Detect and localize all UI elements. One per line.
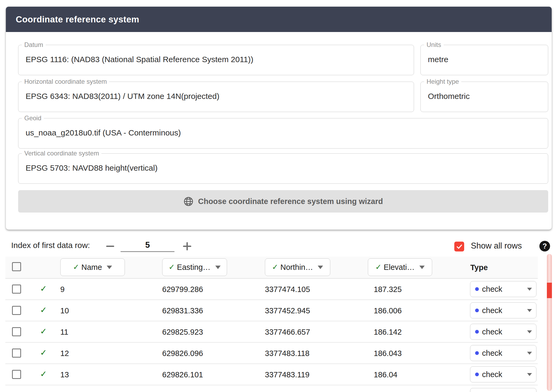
select-all-checkbox[interactable] [12, 262, 21, 271]
cell-easting: 629799.286 [162, 285, 203, 294]
type-value: check [482, 349, 502, 358]
datum-label: Datum [22, 41, 46, 49]
chevron-down-icon [318, 266, 323, 269]
column-select-northing[interactable]: ✓ Northin… [265, 258, 330, 276]
check-icon: ✓ [272, 263, 278, 271]
chevron-down-icon [527, 288, 532, 291]
row-valid-check-icon: ✓ [40, 285, 47, 293]
type-value: check [482, 306, 502, 315]
table-header: ✓ Name ✓ Easting… ✓ Northin… ✓ Elevati… … [5, 257, 538, 279]
cell-easting: 629831.336 [162, 306, 203, 315]
cell-elevation: 187.325 [374, 285, 402, 294]
check-icon: ✓ [375, 263, 381, 271]
help-button[interactable]: ? [539, 241, 550, 251]
type-value: check [482, 327, 502, 336]
row-checkbox[interactable] [12, 370, 21, 379]
cell-elevation: 186.04 [374, 370, 397, 379]
horizontal-crs-label: Horizontal coordinate system [22, 78, 109, 85]
row-checkbox[interactable] [12, 306, 21, 315]
chevron-down-icon [215, 266, 221, 269]
cell-elevation: 186.043 [374, 349, 402, 358]
column-label-name: Name [81, 263, 102, 272]
height-type-value: Orthometric [428, 92, 548, 101]
type-dot-icon [475, 287, 479, 291]
decrement-button[interactable] [104, 240, 116, 252]
vertical-crs-field[interactable]: Vertical coordinate system EPSG 5703: NA… [18, 150, 548, 184]
table-row: ✓ 13 629826.101 3377483.119 186.04 check [5, 364, 538, 385]
type-dot-icon [475, 330, 479, 334]
column-select-elevation[interactable]: ✓ Elevati… [368, 258, 432, 276]
column-label-easting: Easting… [177, 263, 210, 272]
type-dot-icon [475, 351, 479, 355]
scrollbar-track[interactable] [547, 254, 552, 391]
screen: Coordinate reference system Datum EPSG 1… [0, 0, 557, 392]
column-select-easting[interactable]: ✓ Easting… [162, 258, 227, 276]
type-dot-icon [475, 309, 479, 312]
crs-wizard-label: Choose coordinate reference system using… [198, 197, 383, 206]
cell-easting: 629826.096 [162, 349, 203, 358]
cell-northing: 3377483.118 [265, 349, 309, 358]
vertical-crs-value: EPSG 5703: NAVD88 height(vertical) [26, 163, 548, 173]
height-type-field[interactable]: Height type Orthometric [420, 78, 548, 112]
cell-northing: 3377466.657 [265, 328, 310, 337]
type-dropdown[interactable]: check [470, 302, 536, 318]
row-checkbox[interactable] [12, 285, 21, 294]
checkmark-icon [456, 243, 463, 250]
cell-northing: 3377452.945 [265, 306, 310, 315]
scrollbar-thumb[interactable] [547, 283, 552, 298]
cell-northing: 3377483.119 [265, 370, 309, 379]
dialog-title: Coordinate reference system [16, 14, 139, 25]
globe-icon [184, 197, 193, 206]
column-label-type: Type [470, 263, 488, 272]
cell-name: 13 [60, 370, 69, 379]
row-valid-check-icon: ✓ [40, 370, 47, 378]
type-dropdown[interactable]: check [470, 345, 536, 361]
check-icon: ✓ [73, 263, 79, 271]
geoid-field[interactable]: Geoid us_noaa_g2018u0.tif (USA - Conterm… [18, 114, 548, 149]
column-select-name[interactable]: ✓ Name [60, 258, 125, 276]
datum-field[interactable]: Datum EPSG 1116: (NAD83 (National Spatia… [18, 41, 414, 75]
horizontal-crs-field[interactable]: Horizontal coordinate system EPSG 6343: … [18, 78, 414, 112]
dialog-header: Coordinate reference system [6, 7, 552, 32]
table-row: ✓ 9 629799.286 3377474.105 187.325 check [5, 279, 538, 300]
chevron-down-icon [527, 330, 532, 333]
show-all-rows-checkbox[interactable] [454, 242, 464, 251]
increment-button[interactable] [181, 240, 193, 252]
cell-elevation: 186.142 [374, 328, 402, 337]
geoid-value: us_noaa_g2018u0.tif (USA - Conterminous) [26, 128, 548, 137]
geoid-label: Geoid [22, 114, 44, 122]
row-checkbox[interactable] [12, 349, 21, 358]
crs-dialog: Coordinate reference system Datum EPSG 1… [6, 7, 552, 230]
type-dropdown[interactable]: check [470, 281, 536, 297]
cell-elevation: 186.006 [374, 306, 402, 315]
height-type-label: Height type [424, 78, 461, 85]
question-mark-icon: ? [543, 242, 547, 250]
type-dot-icon [475, 373, 479, 376]
table-row: ✓ 10 629831.336 3377452.945 186.006 chec… [5, 300, 538, 321]
check-icon: ✓ [169, 263, 175, 271]
cell-easting: 629826.101 [162, 370, 203, 379]
chevron-down-icon [527, 352, 532, 355]
crs-wizard-button[interactable]: Choose coordinate reference system using… [18, 190, 548, 213]
type-dropdown[interactable] [470, 388, 536, 392]
units-value: metre [428, 55, 548, 64]
horizontal-crs-value: EPSG 6343: NAD83(2011) / UTM zone 14N(pr… [26, 92, 414, 101]
cell-northing: 3377474.105 [265, 285, 310, 294]
index-input[interactable] [121, 239, 174, 252]
type-dropdown[interactable]: check [470, 324, 536, 340]
type-dropdown[interactable]: check [470, 366, 536, 382]
type-value: check [482, 370, 502, 379]
units-field[interactable]: Units metre [420, 41, 548, 75]
cell-name: 12 [60, 349, 69, 358]
minus-icon [106, 246, 114, 247]
table-row-partial [5, 385, 538, 392]
row-valid-check-icon: ✓ [40, 327, 47, 335]
table-row: ✓ 11 629825.923 3377466.657 186.142 chec… [5, 321, 538, 343]
chevron-down-icon [419, 266, 425, 269]
row-checkbox[interactable] [12, 327, 21, 336]
cell-name: 11 [60, 328, 68, 337]
chevron-down-icon [527, 309, 532, 312]
cell-easting: 629825.923 [162, 328, 203, 337]
column-label-elevation: Elevati… [384, 263, 415, 272]
vertical-crs-label: Vertical coordinate system [22, 150, 101, 157]
